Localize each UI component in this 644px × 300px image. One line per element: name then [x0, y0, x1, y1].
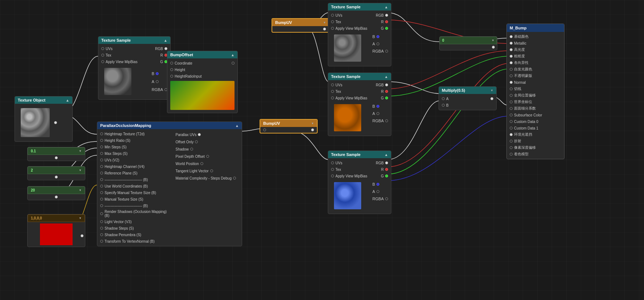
ts-top-rgba-pin[interactable]	[385, 50, 388, 53]
bump-uv-1-output-pin[interactable]	[323, 28, 326, 30]
par-shadowout-pin[interactable]	[190, 148, 193, 151]
bo-height-pin[interactable]	[170, 68, 173, 71]
bump-uv-2-input-pin[interactable]	[263, 128, 266, 131]
ts-top-mip-pin[interactable]	[331, 27, 334, 30]
bump-uv-2-output-pin[interactable]	[311, 128, 314, 131]
ts1-a-pin[interactable]	[156, 80, 159, 83]
ts-bot-collapse[interactable]: ▲	[384, 153, 388, 157]
bo-out-pin[interactable]	[232, 62, 235, 65]
ts-top-collapse[interactable]: ▲	[384, 5, 388, 9]
value-color-header[interactable]: 1,0,0,0 ▼	[28, 214, 85, 222]
ts-top-uvs-pin[interactable]	[331, 14, 334, 17]
dropdown-arrow-2[interactable]: ▼	[79, 169, 82, 172]
value-01-header[interactable]: 0.1 ▼	[28, 147, 85, 155]
par-transform-pin[interactable]	[100, 240, 103, 243]
texture-object-output-pin[interactable]	[54, 121, 57, 124]
ts-bot-tex-pin[interactable]	[331, 168, 334, 171]
ts-bot-rgb-pin[interactable]	[385, 161, 388, 164]
dropdown-arrow-20[interactable]: ▼	[79, 189, 82, 192]
ts-mid-rgb-pin[interactable]	[385, 83, 388, 86]
zero-output-pin[interactable]	[492, 46, 495, 49]
ts1-collapse[interactable]: ▲	[164, 38, 167, 42]
ts1-mip-pin[interactable]	[101, 60, 104, 63]
bump-uv-1-header[interactable]: BumpUV ▼	[272, 19, 329, 26]
texture-object-header[interactable]: Texture Object ▲	[15, 96, 72, 104]
par-uvs-pin[interactable]	[100, 159, 103, 161]
mb-tangent-pin[interactable]	[510, 87, 513, 90]
ts-bot-a-pin[interactable]	[376, 190, 379, 193]
mb-customdata0-pin[interactable]	[510, 120, 513, 123]
m-bump-header[interactable]: M_Bump	[507, 24, 564, 32]
mb-worldcoord-pin[interactable]	[510, 100, 513, 103]
ts-mid-tex-pin[interactable]	[331, 90, 334, 93]
ts-mid-a-pin[interactable]	[376, 112, 379, 115]
dropdown-arrow-color[interactable]: ▼	[79, 217, 82, 220]
ts-top-b-pin[interactable]	[376, 35, 379, 38]
bo-coord-pin[interactable]	[170, 62, 173, 65]
multiply-out-pin[interactable]	[490, 97, 493, 100]
ts-bot-g-pin[interactable]	[385, 174, 388, 177]
par-lightvec-pin[interactable]	[100, 220, 103, 223]
par-tanlight-pin[interactable]	[210, 169, 213, 172]
mb-metallic-pin[interactable]	[510, 42, 513, 45]
ts-bot-b-pin[interactable]	[376, 183, 379, 186]
ts1-b-pin[interactable]	[156, 72, 159, 75]
ts-mid-uvs-pin[interactable]	[331, 83, 334, 86]
ts-mid-rgba-pin[interactable]	[385, 119, 388, 122]
par-heightmap-pin[interactable]	[100, 132, 103, 135]
par-refplane-pin[interactable]	[100, 172, 103, 174]
bump-offset-collapse[interactable]: ▲	[231, 53, 235, 57]
parallax-collapse[interactable]: ▲	[235, 124, 239, 128]
par-worldcoord-pin[interactable]	[100, 185, 103, 188]
bump-uv-2-header[interactable]: BumpUV ▼	[260, 120, 317, 127]
bump-uv-2-dropdown[interactable]: ▼	[311, 122, 314, 125]
par-complexity-pin[interactable]	[233, 177, 236, 180]
ts-mid-b-pin[interactable]	[376, 105, 379, 108]
multiply-b-pin[interactable]	[442, 104, 445, 107]
mb-opacity-pin[interactable]	[510, 74, 513, 77]
mb-basecolor-pin[interactable]	[510, 35, 513, 38]
parallax-header[interactable]: ParallaxOcclusionMapping ▲	[97, 122, 242, 129]
value-color-output-pin[interactable]	[81, 234, 83, 237]
ts-bot-uvs-pin[interactable]	[331, 161, 334, 164]
ts-bot-rgba-pin[interactable]	[385, 197, 388, 200]
bump-offset-header[interactable]: BumpOffset ▲	[167, 51, 237, 58]
mb-ao-pin[interactable]	[510, 133, 513, 136]
zero-dropdown[interactable]: ▼	[492, 39, 494, 42]
mb-pixeldepth-pin[interactable]	[510, 146, 513, 149]
mb-specular-pin[interactable]	[510, 48, 513, 51]
value-2-header[interactable]: 2 ▼	[28, 167, 85, 174]
zero-header[interactable]: 0 ▼	[440, 37, 497, 44]
ts-top-r-pin[interactable]	[385, 20, 388, 23]
ts-top-header[interactable]: Texture Sample ▲	[328, 3, 391, 11]
ts-top-g-pin[interactable]	[385, 27, 388, 30]
dropdown-arrow-01[interactable]: ▼	[79, 149, 82, 153]
par-maxsteps-pin[interactable]	[100, 152, 103, 155]
bump-uv-1-dropdown[interactable]: ▼	[323, 21, 326, 24]
multiply-dropdown[interactable]: ▼	[490, 89, 493, 92]
ts-bot-mip-pin[interactable]	[331, 174, 334, 177]
value-01-output-pin[interactable]	[55, 156, 58, 159]
mb-customdata1-pin[interactable]	[510, 127, 513, 130]
par-manualsize-pin[interactable]	[100, 198, 103, 201]
multiply-a-pin[interactable]	[442, 97, 445, 100]
par-div1-pin[interactable]	[100, 178, 103, 181]
ts-mid-collapse[interactable]: ▲	[384, 75, 388, 79]
collapse-btn[interactable]: ▲	[66, 98, 69, 102]
mb-worldoffset-pin[interactable]	[510, 94, 513, 97]
ts-top-a-pin[interactable]	[376, 42, 379, 45]
mb-subdiv-pin[interactable]	[510, 107, 513, 110]
multiply-header[interactable]: Multiply(0.5) ▼	[439, 87, 496, 94]
mb-shadingmodel-pin[interactable]	[510, 153, 513, 156]
ts-mid-header[interactable]: Texture Sample ▲	[328, 73, 391, 80]
par-shadow-pin[interactable]	[100, 212, 103, 215]
par-shadowsteps-pin[interactable]	[100, 227, 103, 230]
ts-mid-g-pin[interactable]	[385, 96, 388, 99]
ts-mid-mip-pin[interactable]	[331, 96, 334, 99]
mb-anisotropy-pin[interactable]	[510, 61, 513, 64]
par-shadowpen-pin[interactable]	[100, 233, 103, 236]
par-worldpos-pin[interactable]	[200, 162, 203, 165]
par-manualtex-pin[interactable]	[100, 191, 103, 194]
ts1-rgb-pin[interactable]	[164, 47, 167, 50]
ts-mid-r-pin[interactable]	[385, 90, 388, 93]
